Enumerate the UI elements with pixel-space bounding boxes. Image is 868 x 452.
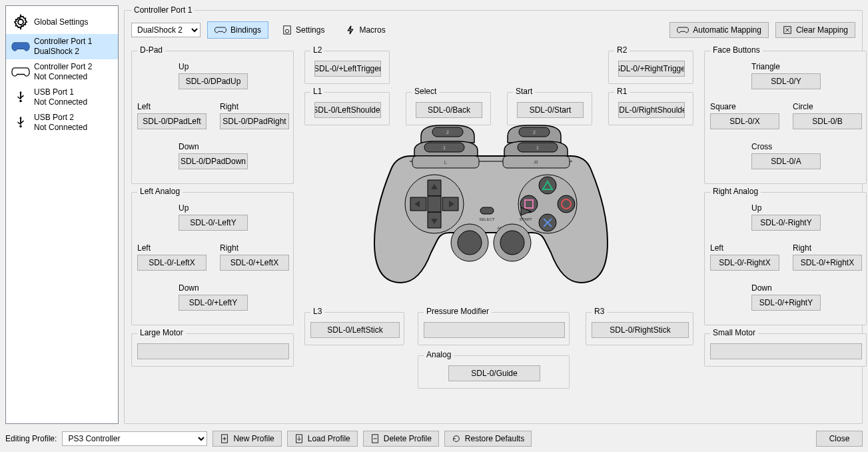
start-group: Start SDL-0/Start <box>507 92 592 125</box>
face-square-bind[interactable]: SDL-0/X <box>710 113 779 129</box>
r3-bind[interactable]: SDL-0/RightStick <box>592 322 689 338</box>
dpad-right-bind[interactable]: SDL-0/DPadRight <box>220 113 289 129</box>
select-group: Select SDL-0/Back <box>406 92 491 125</box>
usb-icon <box>11 88 30 107</box>
analog-bind[interactable]: SDL-0/Guide <box>448 365 540 381</box>
gamepad-icon <box>215 25 226 35</box>
svg-rect-23 <box>480 207 494 214</box>
leftanalog-down-bind[interactable]: SDL-0/+LeftY <box>179 295 248 311</box>
clear-icon <box>783 25 792 35</box>
leftanalog-right-bind[interactable]: SDL-0/+LeftX <box>220 255 289 271</box>
svg-point-30 <box>494 224 531 261</box>
sidebar-item-controller-port-1[interactable]: Controller Port 1 DualShock 2 <box>6 34 118 59</box>
tab-label: Macros <box>359 25 385 35</box>
svg-point-18 <box>520 195 538 213</box>
bindings-area: D-Pad Up SDL-0/DPadUp Left SDL-0/DPadLef… <box>131 45 855 417</box>
r1-group: R1 SDL-0/RightShoulder <box>608 92 693 125</box>
sidebar-item-usb-port-2[interactable]: USB Port 2 Not Connected <box>6 110 118 135</box>
tab-macros[interactable]: Macros <box>338 21 392 39</box>
leftanalog-up-bind[interactable]: SDL-0/-LeftY <box>179 215 248 231</box>
face-buttons-group: Face Buttons Triangle SDL-0/Y Square SDL… <box>704 51 867 184</box>
file-minus-icon <box>370 434 380 443</box>
svg-text:START: START <box>519 217 532 221</box>
face-circle-bind[interactable]: SDL-0/B <box>793 113 862 129</box>
leftanalog-right-slot: Right SDL-0/+LeftX <box>220 243 289 271</box>
svg-point-1 <box>285 29 288 33</box>
sidebar-item-usb-port-1[interactable]: USB Port 1 Not Connected <box>6 85 118 110</box>
svg-rect-27 <box>502 231 510 235</box>
controller-image: 2 2 1 1 L <box>358 124 624 311</box>
start-bind[interactable]: SDL-0/Start <box>517 102 584 118</box>
close-button[interactable]: Close <box>816 431 863 447</box>
face-triangle-slot: Triangle SDL-0/Y <box>751 62 821 89</box>
file-plus-icon <box>220 434 229 443</box>
svg-point-17 <box>539 177 556 194</box>
face-triangle-bind[interactable]: SDL-0/Y <box>751 73 821 89</box>
file-arrow-icon <box>294 434 304 443</box>
dpad-left-slot: Left SDL-0/DPadLeft <box>137 102 207 129</box>
load-profile-button[interactable]: Load Profile <box>287 431 358 447</box>
l2-bind[interactable]: SDL-0/+LeftTrigger <box>314 61 381 77</box>
profile-select[interactable]: PS3 Controller <box>62 431 207 446</box>
r1-bind[interactable]: SDL-0/RightShoulder <box>618 102 685 118</box>
page-title: Controller Port 1 <box>131 5 195 15</box>
rightanalog-left-slot: Left SDL-0/-RightX <box>710 243 779 271</box>
rightanalog-up-bind[interactable]: SDL-0/-RightY <box>751 215 821 231</box>
editing-profile-label: Editing Profile: <box>5 434 57 443</box>
tab-settings[interactable]: Settings <box>275 21 332 39</box>
l1-bind[interactable]: SDL-0/LeftShoulder <box>314 102 381 118</box>
svg-point-20 <box>539 214 556 231</box>
dpad-up-bind[interactable]: SDL-0/DPadUp <box>179 73 248 89</box>
r2-bind[interactable]: SDL-0/+RightTrigger <box>618 61 685 77</box>
rightanalog-right-bind[interactable]: SDL-0/+RightX <box>793 255 862 271</box>
sidebar: Global Settings Controller Port 1 DualSh… <box>5 5 119 424</box>
svg-point-28 <box>451 224 488 261</box>
dpad-left-bind[interactable]: SDL-0/DPadLeft <box>137 113 207 129</box>
restore-icon <box>452 434 461 443</box>
svg-rect-7 <box>424 143 464 152</box>
leftanalog-up-slot: Up SDL-0/-LeftY <box>179 203 248 231</box>
svg-text:ANALOG: ANALOG <box>497 226 514 230</box>
l3-bind[interactable]: SDL-0/LeftStick <box>310 322 400 338</box>
sidebar-item-label: USB Port 1 <box>34 87 87 97</box>
rightanalog-left-bind[interactable]: SDL-0/-RightX <box>710 255 779 271</box>
svg-point-16 <box>518 175 577 233</box>
sidebar-item-label: Controller Port 1 <box>34 37 92 47</box>
svg-point-29 <box>458 231 482 255</box>
tab-label: Settings <box>296 25 324 35</box>
small-motor-group: Small Motor <box>704 333 867 367</box>
delete-profile-button[interactable]: Delete Profile <box>363 431 439 447</box>
sidebar-item-label: Controller Port 2 <box>34 62 92 72</box>
svg-rect-21 <box>525 200 533 208</box>
sidebar-item-sublabel: Not Connected <box>34 97 87 107</box>
automatic-mapping-button[interactable]: Automatic Mapping <box>669 22 769 38</box>
svg-text:1: 1 <box>443 145 446 150</box>
new-profile-button[interactable]: New Profile <box>213 431 281 447</box>
dpad-up-slot: Up SDL-0/DPadUp <box>179 62 248 89</box>
svg-rect-8 <box>518 143 558 152</box>
large-motor-bind[interactable] <box>137 343 289 359</box>
sidebar-item-sublabel: Not Connected <box>34 123 87 133</box>
sidebar-item-controller-port-2[interactable]: Controller Port 2 Not Connected <box>6 59 118 85</box>
select-bind[interactable]: SDL-0/Back <box>416 102 482 118</box>
analog-group: Analog SDL-0/Guide <box>418 355 570 389</box>
large-motor-group: Large Motor <box>131 333 294 367</box>
small-motor-bind[interactable] <box>710 343 862 359</box>
tab-bindings[interactable]: Bindings <box>207 21 268 39</box>
face-circle-slot: Circle SDL-0/B <box>793 102 862 129</box>
rightanalog-down-bind[interactable]: SDL-0/+RightY <box>751 295 821 311</box>
restore-defaults-button[interactable]: Restore Defaults <box>444 431 532 447</box>
leftanalog-down-slot: Down SDL-0/+LeftY <box>179 283 248 311</box>
face-square-slot: Square SDL-0/X <box>710 102 779 129</box>
clear-mapping-button[interactable]: Clear Mapping <box>775 22 855 38</box>
dpad-down-bind[interactable]: SDL-0/DPadDown <box>179 153 248 169</box>
controller-type-select[interactable]: DualShock 2 <box>131 23 201 37</box>
face-cross-bind[interactable]: SDL-0/A <box>751 153 821 169</box>
leftanalog-left-bind[interactable]: SDL-0/-LeftX <box>137 255 207 271</box>
svg-rect-11 <box>412 156 479 168</box>
svg-text:SELECT: SELECT <box>479 217 495 221</box>
pressure-bind[interactable] <box>424 322 565 338</box>
face-cross-slot: Cross SDL-0/A <box>751 142 821 169</box>
sidebar-item-global-settings[interactable]: Global Settings <box>6 10 118 34</box>
svg-text:R: R <box>534 159 538 165</box>
